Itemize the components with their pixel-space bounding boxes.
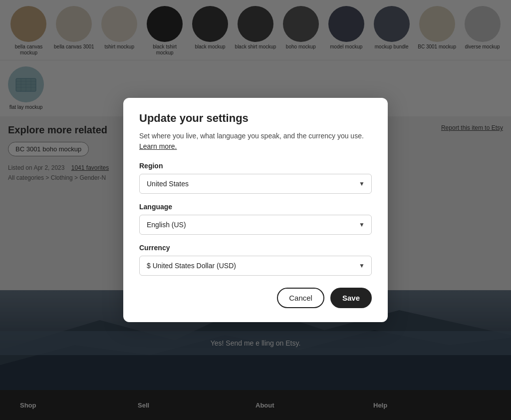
modal-description: Set where you live, what language you sp…: [139, 131, 372, 152]
region-label: Region: [139, 162, 372, 170]
learn-more-link[interactable]: Learn more.: [139, 142, 177, 150]
region-select[interactable]: United States United Kingdom Canada Aust…: [139, 174, 372, 194]
currency-field-group: Currency $ United States Dollar (USD) £ …: [139, 244, 372, 276]
language-label: Language: [139, 203, 372, 211]
currency-label: Currency: [139, 244, 372, 252]
currency-select[interactable]: $ United States Dollar (USD) £ British P…: [139, 256, 372, 276]
save-button[interactable]: Save: [330, 288, 372, 308]
modal-actions: Cancel Save: [139, 288, 372, 308]
region-field-group: Region United States United Kingdom Cana…: [139, 162, 372, 194]
modal-overlay: Update your settings Set where you live,…: [0, 0, 511, 420]
language-field-group: Language English (US) English (UK) Españ…: [139, 203, 372, 235]
currency-select-wrapper: $ United States Dollar (USD) £ British P…: [139, 256, 372, 276]
region-select-wrapper: United States United Kingdom Canada Aust…: [139, 174, 372, 194]
cancel-button[interactable]: Cancel: [277, 288, 324, 308]
modal-description-text: Set where you live, what language you sp…: [139, 132, 364, 140]
language-select-wrapper: English (US) English (UK) Español França…: [139, 215, 372, 235]
settings-modal: Update your settings Set where you live,…: [123, 98, 388, 322]
language-select[interactable]: English (US) English (UK) Español França…: [139, 215, 372, 235]
modal-title: Update your settings: [139, 112, 372, 125]
